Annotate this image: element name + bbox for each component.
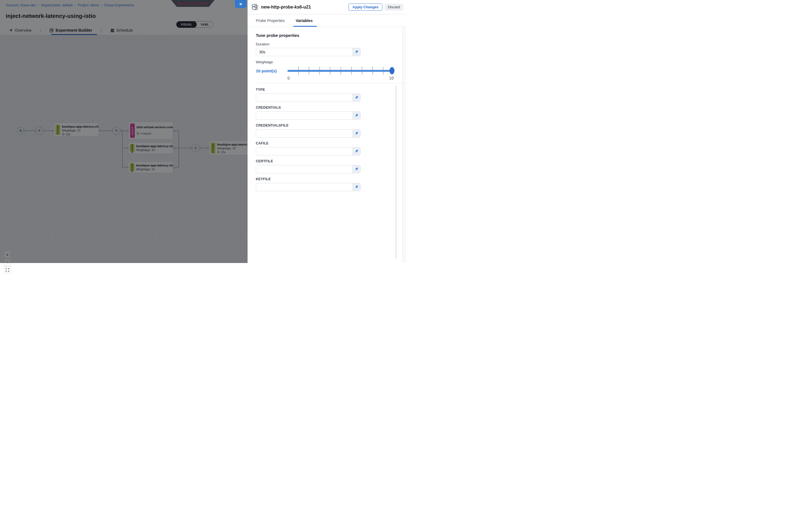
- pin-button[interactable]: [352, 48, 360, 56]
- slider-max: 10: [389, 76, 394, 80]
- slider-track[interactable]: [288, 70, 394, 72]
- slider-min: 0: [288, 76, 290, 80]
- variable-field: CREDENTIALSFILE: [256, 123, 406, 137]
- cafile-input[interactable]: [256, 147, 352, 155]
- weightage-points-value: 10 point(s): [256, 69, 285, 73]
- tab-probe-properties[interactable]: Probe Properties: [256, 18, 285, 23]
- probe-name-title: new-http-probe-ks6-u21: [261, 5, 348, 10]
- section-title: Tune probe properties: [256, 33, 406, 38]
- certfile-input[interactable]: [256, 165, 352, 173]
- weightage-slider[interactable]: [288, 67, 394, 75]
- panel-tabs: Probe Properties Variables: [248, 14, 406, 27]
- pin-button[interactable]: [352, 147, 360, 155]
- panel-scroll-gutter[interactable]: [403, 27, 406, 263]
- pushpin-icon: [354, 95, 359, 100]
- pushpin-icon: [354, 149, 359, 154]
- drawer-backdrop[interactable]: [0, 0, 248, 263]
- apply-changes-button[interactable]: Apply Changes: [348, 3, 382, 11]
- variable-label: KEYFILE: [256, 177, 406, 181]
- keyfile-input[interactable]: [256, 183, 352, 191]
- panel-body: Tune probe properties Duration Weightage…: [248, 27, 406, 263]
- variables-scrollbar[interactable]: [395, 86, 397, 259]
- variable-label: CREDENTIALS: [256, 106, 406, 109]
- credentialsfile-input[interactable]: [256, 130, 352, 137]
- variable-field: CAFILE: [256, 142, 406, 156]
- tab-variables[interactable]: Variables: [296, 18, 313, 23]
- variable-label: CAFILE: [256, 142, 406, 145]
- weightage-label: Weightage: [256, 60, 406, 64]
- pin-button[interactable]: [352, 94, 360, 102]
- pushpin-icon: [354, 113, 359, 118]
- variable-label: CERTFILE: [256, 159, 406, 163]
- pushpin-icon: [354, 49, 359, 55]
- pushpin-icon: [354, 131, 359, 136]
- variable-label: CREDENTIALSFILE: [256, 123, 406, 127]
- pin-button[interactable]: [352, 130, 360, 137]
- pushpin-icon: [354, 184, 359, 190]
- duration-field-row: [256, 48, 361, 56]
- tune-probe-section: Tune probe properties Duration Weightage…: [248, 27, 406, 83]
- slider-scale: 0 10: [288, 76, 394, 80]
- pushpin-icon: [354, 166, 359, 172]
- variables-section: TYPE CREDENTIALS CREDENTIALSFILE CAFILE …: [248, 83, 406, 191]
- variable-field: TYPE: [256, 88, 406, 102]
- pin-button[interactable]: [352, 112, 360, 119]
- pin-button[interactable]: [352, 183, 360, 191]
- variable-field: CREDENTIALS: [256, 106, 406, 120]
- variable-field: KEYFILE: [256, 177, 406, 191]
- variable-label: TYPE: [256, 88, 406, 92]
- app-root: + + + PROBE boutique-app-latency-ch... W…: [0, 0, 406, 263]
- slider-handle[interactable]: [390, 67, 394, 74]
- panel-header: new-http-probe-ks6-u21 Apply Changes Dis…: [248, 0, 406, 14]
- duration-input[interactable]: [256, 48, 352, 56]
- weightage-slider-row: 10 point(s): [256, 67, 406, 75]
- variable-field: CERTFILE: [256, 159, 406, 173]
- discard-button[interactable]: Discard: [385, 3, 403, 11]
- active-tab-underline: [293, 26, 317, 27]
- probe-icon: [251, 3, 259, 11]
- duration-label: Duration: [256, 42, 406, 46]
- probe-config-panel: new-http-probe-ks6-u21 Apply Changes Dis…: [248, 0, 406, 263]
- type-input[interactable]: [256, 94, 352, 102]
- close-drawer-button[interactable]: ✕: [235, 0, 246, 8]
- credentials-input[interactable]: [256, 112, 352, 119]
- pin-button[interactable]: [352, 165, 360, 173]
